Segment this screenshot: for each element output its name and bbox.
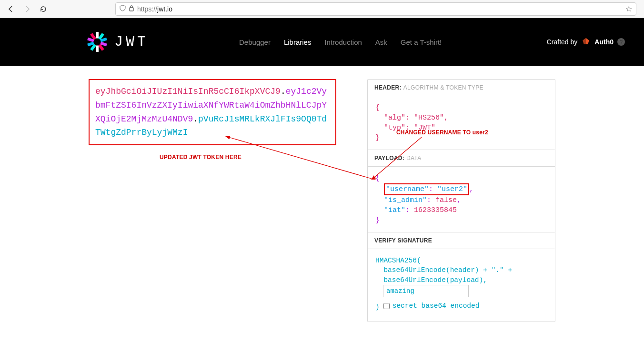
svg-rect-0 xyxy=(130,8,133,11)
jwt-logo-icon xyxy=(86,30,109,53)
encoded-panel: eyJhbGciOiJIUzI1NiIsInR5cCI6IkpXVCJ9.eyJ… xyxy=(89,79,336,322)
payload-username-highlight: "username": "user2" xyxy=(384,183,469,195)
nav-libraries[interactable]: Libraries xyxy=(284,38,312,46)
payload-section-body[interactable]: { "username": "user2", "is_admin": false… xyxy=(368,167,555,232)
info-icon[interactable]: ? xyxy=(617,38,625,46)
shield-icon xyxy=(120,5,126,13)
verify-section-title: VERIFY SIGNATURE xyxy=(368,232,555,249)
secret-base64-label[interactable]: secret base64 encoded xyxy=(392,301,480,311)
header-section-body[interactable]: { "alg": "HS256", "typ": "JWT" } xyxy=(368,96,555,150)
lock-icon xyxy=(129,5,134,13)
forward-button[interactable] xyxy=(21,3,33,15)
reload-button[interactable] xyxy=(37,3,50,15)
crafted-label: Crafted by xyxy=(547,38,578,46)
brand[interactable]: JWT xyxy=(86,30,149,53)
decoded-panel: HEADER:ALGORITHM & TOKEN TYPE { "alg": "… xyxy=(367,79,555,322)
nav-ask[interactable]: Ask xyxy=(375,38,387,46)
url-text: https://jwt.io xyxy=(137,5,623,13)
nav-tshirt[interactable]: Get a T-shirt! xyxy=(401,38,442,46)
secret-input[interactable] xyxy=(383,285,469,297)
svg-rect-2 xyxy=(96,46,99,52)
encoded-token-box[interactable]: eyJhbGciOiJIUzI1NiIsInR5cCI6IkpXVCJ9.eyJ… xyxy=(89,79,336,145)
token-header-part: eyJhbGciOiJIUzI1NiIsInR5cCI6IkpXVCJ9 xyxy=(95,87,281,96)
auth0-logo-icon xyxy=(581,37,591,47)
verify-section-body: HMACSHA256( base64UrlEncode(header) + ".… xyxy=(368,249,555,322)
header-section-title: HEADER:ALGORITHM & TOKEN TYPE xyxy=(368,80,555,96)
browser-chrome: https://jwt.io ☆ xyxy=(0,0,644,18)
site-header: JWT Debugger Libraries Introduction Ask … xyxy=(0,18,644,66)
auth0-label: Auth0 xyxy=(594,38,614,46)
crafted-by[interactable]: Crafted by Auth0 ? xyxy=(547,37,625,47)
secret-base64-checkbox[interactable] xyxy=(383,303,390,309)
annotation-updated-token: UPDATED JWT TOKEN HERE xyxy=(160,154,242,161)
url-bar[interactable]: https://jwt.io ☆ xyxy=(115,2,636,16)
back-button[interactable] xyxy=(5,3,17,15)
main-nav: Debugger Libraries Introduction Ask Get … xyxy=(239,38,442,46)
annotation-changed-username: CHANGED USERNAME TO user2 xyxy=(396,129,488,136)
main-content: eyJhbGciOiJIUzI1NiIsInR5cCI6IkpXVCJ9.eyJ… xyxy=(0,66,644,327)
nav-introduction[interactable]: Introduction xyxy=(324,38,362,46)
brand-text: JWT xyxy=(114,34,149,50)
bookmark-star-icon[interactable]: ☆ xyxy=(625,4,632,13)
svg-rect-1 xyxy=(96,32,99,39)
payload-section-title: PAYLOAD:DATA xyxy=(368,150,555,167)
nav-debugger[interactable]: Debugger xyxy=(239,38,271,46)
